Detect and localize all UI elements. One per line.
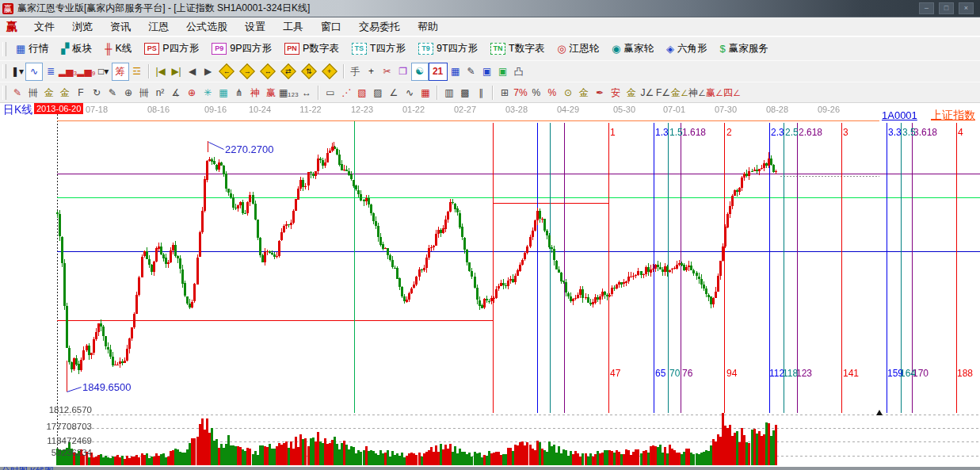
quotes-button[interactable]: ▦行情 — [10, 40, 55, 59]
winner-service-button[interactable]: $赢家服务 — [713, 40, 774, 59]
grid-lines2-button[interactable]: 卌 — [136, 84, 152, 101]
t-square-button[interactable]: TST四方形 — [345, 40, 412, 59]
p-square-button[interactable]: PSP四方形 — [138, 40, 205, 59]
menu-settings[interactable]: 设置 — [236, 20, 274, 34]
list-doc-button[interactable]: ≣ — [43, 63, 59, 80]
win-angle-button[interactable]: 赢∠ — [706, 84, 723, 101]
palette-tool-button[interactable]: ❐ — [395, 63, 411, 80]
candle-style-dropdown[interactable]: ❚▾ — [10, 63, 25, 80]
gann-wheel-button[interactable]: ◎江恩轮 — [551, 40, 605, 59]
spiral-button[interactable]: ↻ — [89, 84, 105, 101]
slashes-button[interactable]: ∥ — [473, 84, 489, 101]
print-button[interactable]: 凸 — [511, 63, 527, 80]
fan-lines-button[interactable]: ⋰ — [338, 84, 354, 101]
ninet-square-button[interactable]: T99T四方形 — [412, 40, 484, 59]
hexagon-button[interactable]: ◈六角形 — [660, 40, 714, 59]
close-button[interactable]: × — [959, 2, 974, 14]
gold-circle-button[interactable]: ⊙ — [560, 84, 576, 101]
sector-button[interactable]: ▞板块 — [55, 40, 98, 59]
angle-line-button[interactable]: ∠ — [386, 84, 402, 101]
p-number-table-button[interactable]: PNP数字表 — [278, 40, 345, 59]
grid-123-button[interactable]: ▦₁₂₃ — [279, 84, 299, 101]
hollow-candle-dropdown[interactable]: □▾ — [96, 63, 112, 80]
grid-a-button[interactable]: ▥ — [441, 84, 457, 101]
menu-browse[interactable]: 浏览 — [63, 20, 101, 34]
analysis-tool-button[interactable]: ☯ — [411, 63, 429, 81]
next-bar-button[interactable]: ▶ — [200, 63, 216, 80]
menu-help[interactable]: 帮助 — [409, 20, 447, 34]
crosshair-tool-button[interactable]: + — [364, 63, 379, 80]
minimize-button[interactable]: – — [919, 2, 934, 14]
save-button[interactable]: ▣ — [479, 63, 495, 80]
rect-tool-button[interactable]: ▭ — [322, 84, 338, 101]
j-angle-button[interactable]: J∠ — [639, 84, 655, 101]
kline-button[interactable]: ╫K线 — [98, 40, 138, 59]
ninep-square-button[interactable]: P99P四方形 — [205, 40, 278, 59]
scroll-left-button[interactable]: ← — [219, 63, 235, 79]
calculator-button[interactable]: ▦ — [448, 63, 463, 80]
f-grid-button[interactable]: F — [73, 84, 89, 101]
shen-angle-button[interactable]: 神∠ — [688, 84, 706, 101]
first-bar-button[interactable]: |◀ — [153, 63, 169, 80]
square-web-button[interactable]: ▦ — [215, 84, 231, 101]
calendar-button[interactable]: 21 — [429, 63, 448, 81]
scale-button[interactable]: ⊞ — [497, 84, 513, 101]
t-number-table-button[interactable]: TNT数字表 — [484, 40, 551, 59]
polyline-button[interactable]: ∿ — [402, 84, 418, 101]
zigzag-pattern-button[interactable]: ∿ — [25, 63, 43, 81]
hand-tool-button[interactable]: 手 — [348, 63, 364, 80]
an-grid-button[interactable]: 安 — [608, 84, 623, 101]
fan-box-button[interactable]: ▧ — [354, 84, 370, 101]
menu-news[interactable]: 资讯 — [101, 20, 139, 34]
percent-red-button[interactable]: % — [544, 84, 560, 101]
menu-formula-stockpick[interactable]: 公式选股 — [177, 20, 236, 34]
scroll-right-button[interactable]: → — [239, 63, 255, 79]
gold-grid-button[interactable]: 金 — [41, 84, 57, 101]
prev-bar-button[interactable]: ◀ — [185, 63, 200, 80]
red-grid-button[interactable]: ▦ — [418, 84, 433, 101]
web-button[interactable]: ✳ — [200, 84, 215, 101]
expand-h-button[interactable]: ↔ — [260, 63, 276, 79]
measure-width-button[interactable]: ↔ — [299, 84, 315, 101]
angle-a-button[interactable]: ∡ — [168, 84, 184, 101]
menu-tools[interactable]: 工具 — [274, 20, 312, 34]
compress-v-button[interactable]: ⇅ — [301, 63, 317, 79]
gold-angle-button[interactable]: 金∠ — [671, 84, 688, 101]
winner-wheel-button[interactable]: ◉赢家轮 — [605, 40, 660, 59]
f-angle-button[interactable]: F∠ — [655, 84, 671, 101]
seven-percent-button[interactable]: 7% — [513, 84, 528, 101]
compress-h-button[interactable]: ⇄ — [280, 63, 296, 79]
red-crosshair-button[interactable]: ⊕ — [184, 84, 200, 101]
grid-b-button[interactable]: ▩ — [457, 84, 473, 101]
restore-zoom-button[interactable]: + — [322, 63, 337, 79]
scissors-tool-button[interactable]: ✂ — [379, 63, 395, 80]
bottom-tabs-clipped[interactable]: 分时图 K线图 — [2, 465, 53, 470]
gold-line-button[interactable]: 金 — [576, 84, 592, 101]
box-hatch-button[interactable]: ▨ — [370, 84, 386, 101]
menu-file[interactable]: 文件 — [25, 20, 63, 34]
shen-grid-button[interactable]: 神 — [247, 84, 263, 101]
grid-lines-button[interactable]: 卌 — [25, 84, 41, 101]
pitchfork-button[interactable]: ⋔ — [231, 84, 247, 101]
maximize-button[interactable]: □ — [939, 2, 954, 14]
circle-cross-button[interactable]: ⊕ — [120, 84, 136, 101]
angle-pen-button[interactable]: ✎ — [10, 84, 25, 101]
last-bar-button[interactable]: ▶| — [169, 63, 185, 80]
menu-gann[interactable]: 江恩 — [139, 20, 177, 34]
n-square-button[interactable]: n² — [152, 84, 168, 101]
win-grid-button[interactable]: 赢 — [263, 84, 279, 101]
pen-fill-button[interactable]: ✒ — [592, 84, 608, 101]
angle-pen2-button[interactable]: ✎ — [105, 84, 120, 101]
export-button[interactable]: ▣ — [495, 63, 511, 80]
mini-chart3-button[interactable]: ▂▅₃ — [59, 63, 77, 80]
note-button[interactable]: ✎ — [463, 63, 479, 80]
four-angle-button[interactable]: 四∠ — [723, 84, 741, 101]
menu-window[interactable]: 窗口 — [312, 20, 350, 34]
gold-grid2-button[interactable]: 金 — [57, 84, 73, 101]
chip-bars-button[interactable]: ☲ — [129, 63, 145, 80]
chip-tool-button[interactable]: 筹 — [112, 63, 129, 81]
gold-under-button[interactable]: 金 — [623, 84, 639, 101]
menu-trade-order[interactable]: 交易委托 — [350, 20, 409, 34]
mini-chart9-button[interactable]: ▂▅₉ — [77, 63, 95, 80]
percent-button[interactable]: % — [528, 84, 544, 101]
